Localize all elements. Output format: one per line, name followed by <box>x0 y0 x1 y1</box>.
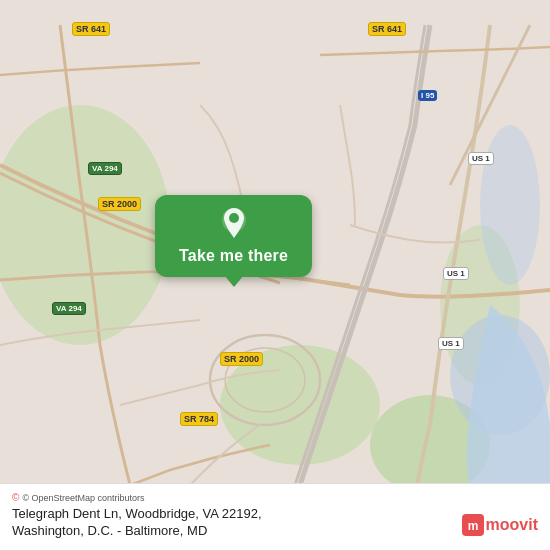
road-label-sr784: SR 784 <box>180 412 218 426</box>
road-label-i95: I 95 <box>418 90 437 101</box>
location-pin-icon <box>216 205 252 241</box>
moovit-icon: m <box>462 514 484 536</box>
road-label-us1-top: US 1 <box>468 152 494 165</box>
moovit-text: moovit <box>486 516 538 534</box>
svg-point-6 <box>480 125 540 285</box>
road-label-sr2000-left: SR 2000 <box>98 197 141 211</box>
take-me-there-label: Take me there <box>179 247 288 265</box>
road-label-sr2000-bottom: SR 2000 <box>220 352 263 366</box>
road-label-us1-mid: US 1 <box>443 267 469 280</box>
svg-point-10 <box>229 213 239 223</box>
road-label-us1-bot: US 1 <box>438 337 464 350</box>
copyright-text: © OpenStreetMap contributors <box>22 493 144 503</box>
moovit-logo: m moovit <box>462 514 538 536</box>
road-label-sr641-top: SR 641 <box>72 22 110 36</box>
road-label-va294-left: VA 294 <box>88 162 122 175</box>
address-text: Telegraph Dent Ln, Woodbridge, VA 22192,… <box>12 506 538 540</box>
road-label-sr641-right: SR 641 <box>368 22 406 36</box>
take-me-there-card[interactable]: Take me there <box>155 195 312 277</box>
road-label-va294-bottom: VA 294 <box>52 302 86 315</box>
copyright-notice: © © OpenStreetMap contributors <box>12 492 538 503</box>
map-container: SR 641 SR 641 I 95 US 1 VA 294 VA 294 SR… <box>0 0 550 550</box>
osm-circle: © <box>12 492 19 503</box>
take-me-there-button[interactable]: Take me there <box>155 195 312 277</box>
svg-text:m: m <box>467 519 478 533</box>
